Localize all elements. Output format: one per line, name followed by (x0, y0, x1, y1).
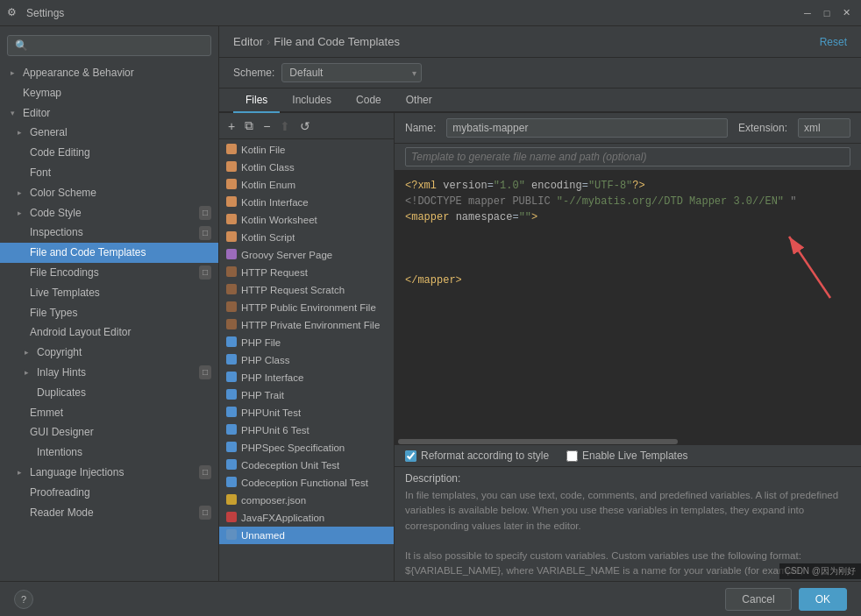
file-item-codeception-unit-test[interactable]: Codeception Unit Test (219, 457, 394, 474)
file-item-codeception-functional-test[interactable]: Codeception Functional Test (219, 474, 394, 492)
sidebar-item-file-code-templates[interactable]: File and Code Templates (0, 243, 218, 263)
file-item-kotlin-script[interactable]: Kotlin Script (219, 229, 394, 246)
file-item-javafx-app[interactable]: JavaFXApplication (219, 509, 394, 527)
file-item-http-request[interactable]: HTTP Request (219, 264, 394, 281)
reformat-checkbox[interactable] (405, 450, 416, 462)
live-templates-checkbox-label[interactable]: Enable Live Templates (566, 450, 688, 462)
sidebar-item-general[interactable]: General (0, 123, 218, 143)
kotlin-interface-label: Kotlin Interface (241, 197, 309, 208)
kotlin-enum-label: Kotlin Enum (241, 180, 295, 190)
svg-rect-16 (226, 424, 237, 435)
ok-button[interactable]: OK (799, 588, 847, 611)
revert-button[interactable]: ↺ (296, 117, 314, 135)
sidebar-item-font[interactable]: Font (0, 163, 218, 183)
sidebar-item-gui-designer[interactable]: GUI Designer (0, 422, 218, 443)
codeception-functional-test-label: Codeception Functional Test (241, 478, 368, 488)
tab-code[interactable]: Code (344, 89, 394, 113)
scheme-select[interactable]: Default (281, 63, 422, 82)
file-item-kotlin-file[interactable]: Kotlin File (219, 141, 394, 159)
sidebar-item-emmet[interactable]: Emmet (0, 403, 218, 423)
sidebar-item-code-editing[interactable]: Code Editing (0, 143, 218, 163)
file-item-kotlin-worksheet[interactable]: Kotlin Worksheet (219, 211, 394, 229)
sidebar-item-editor[interactable]: Editor (0, 103, 218, 124)
tab-files[interactable]: Files (233, 89, 280, 113)
composer-json-icon (226, 494, 237, 506)
sidebar-item-reader-mode[interactable]: Reader Mode□ (0, 503, 218, 523)
file-item-php-class[interactable]: PHP Class (219, 351, 394, 369)
move-up-button[interactable]: ⬆ (276, 117, 294, 135)
sidebar-item-proofreading[interactable]: Proofreading (0, 483, 218, 503)
file-item-phpunit6-test[interactable]: PHPUnit 6 Test (219, 421, 394, 439)
minimize-button[interactable]: ─ (800, 5, 815, 21)
template-area: + ⧉ − ⬆ ↺ Kotlin FileKotlin ClassKotlin … (219, 113, 861, 581)
file-item-phpunit-test[interactable]: PHPUnit Test (219, 404, 394, 421)
javafx-app-icon (226, 512, 237, 524)
sidebar-item-keymap[interactable]: Keymap (0, 83, 218, 103)
name-input[interactable] (446, 118, 728, 138)
add-template-button[interactable]: + (224, 117, 238, 135)
horizontal-scrollbar[interactable] (395, 437, 861, 444)
http-private-env-icon (226, 319, 237, 331)
file-item-groovy-server-page[interactable]: Groovy Server Page (219, 246, 394, 264)
reformat-checkbox-label[interactable]: Reformat according to style (405, 450, 549, 462)
kotlin-interface-icon (226, 196, 237, 209)
cancel-button[interactable]: Cancel (725, 588, 791, 611)
file-list: Kotlin FileKotlin ClassKotlin EnumKotlin… (219, 139, 394, 581)
remove-template-button[interactable]: − (260, 117, 274, 135)
file-item-kotlin-interface[interactable]: Kotlin Interface (219, 194, 394, 211)
close-button[interactable]: ✕ (838, 5, 854, 21)
filename-input[interactable] (405, 147, 850, 166)
tab-includes[interactable]: Includes (280, 89, 344, 113)
file-item-kotlin-enum[interactable]: Kotlin Enum (219, 176, 394, 194)
code-line: </mapper> (405, 273, 850, 288)
file-item-unnamed[interactable]: Unnamed (219, 527, 394, 544)
proofreading-label: Proofreading (30, 485, 90, 500)
file-item-http-public-env[interactable]: HTTP Public Environment File (219, 299, 394, 316)
svg-rect-22 (226, 529, 237, 540)
code-style-label: Code Style (30, 206, 82, 221)
sidebar-item-color-scheme[interactable]: Color Scheme (0, 183, 218, 203)
sidebar-item-intentions[interactable]: Intentions (0, 443, 218, 463)
window-controls: ─ □ ✕ (800, 5, 854, 21)
file-item-http-private-env[interactable]: HTTP Private Environment File (219, 316, 394, 334)
editor-panel: Name: Extension: <?xml version="1.0" enc… (395, 113, 861, 581)
tab-other[interactable]: Other (394, 89, 445, 113)
sidebar-item-file-encodings[interactable]: File Encodings□ (0, 263, 218, 283)
http-public-env-icon (226, 301, 237, 314)
sidebar-item-duplicates[interactable]: Duplicates (0, 383, 218, 403)
search-input[interactable] (7, 35, 211, 56)
file-item-php-interface[interactable]: PHP Interface (219, 369, 394, 386)
svg-rect-15 (226, 407, 237, 417)
sidebar-item-live-templates[interactable]: Live Templates (0, 283, 218, 303)
sidebar-item-code-style[interactable]: Code Style□ (0, 203, 218, 223)
sidebar-item-android-layout-editor[interactable]: Android Layout Editor (0, 322, 218, 343)
sidebar-item-language-injections[interactable]: Language Injections□ (0, 463, 218, 483)
phpunit6-test-icon (226, 424, 237, 436)
scheme-select-wrapper[interactable]: Default (281, 63, 422, 82)
file-item-phpspec-specification[interactable]: PHPSpec Specification (219, 439, 394, 457)
reset-button[interactable]: Reset (820, 36, 847, 48)
svg-rect-1 (226, 161, 237, 172)
groovy-server-page-label: Groovy Server Page (241, 250, 332, 260)
file-item-php-trait[interactable]: PHP Trait (219, 386, 394, 404)
sidebar-item-copyright[interactable]: Copyright (0, 343, 218, 363)
extension-input[interactable] (798, 118, 850, 138)
file-item-composer-json[interactable]: composer.json (219, 492, 394, 509)
appearance-label: Appearance & Behavior (23, 66, 134, 81)
sidebar-item-inlay-hints[interactable]: Inlay Hints□ (0, 363, 218, 383)
live-templates-checkbox[interactable] (566, 450, 578, 462)
copyright-label: Copyright (37, 345, 82, 360)
sidebar-item-file-types[interactable]: File Types (0, 303, 218, 323)
file-item-kotlin-class[interactable]: Kotlin Class (219, 159, 394, 176)
php-trait-label: PHP Trait (241, 390, 284, 400)
file-item-http-request-scratch[interactable]: HTTP Request Scratch (219, 281, 394, 299)
file-item-php-file[interactable]: PHP File (219, 334, 394, 351)
sidebar-item-inspections[interactable]: Inspections□ (0, 223, 218, 243)
copy-template-button[interactable]: ⧉ (241, 117, 257, 135)
kotlin-script-label: Kotlin Script (241, 232, 295, 243)
maximize-button[interactable]: □ (819, 5, 835, 21)
composer-json-label: composer.json (241, 495, 306, 506)
help-button[interactable]: ? (14, 590, 33, 609)
sidebar-item-appearance[interactable]: Appearance & Behavior (0, 63, 218, 83)
code-editor[interactable]: <?xml version="1.0" encoding="UTF-8"?><!… (395, 171, 861, 437)
